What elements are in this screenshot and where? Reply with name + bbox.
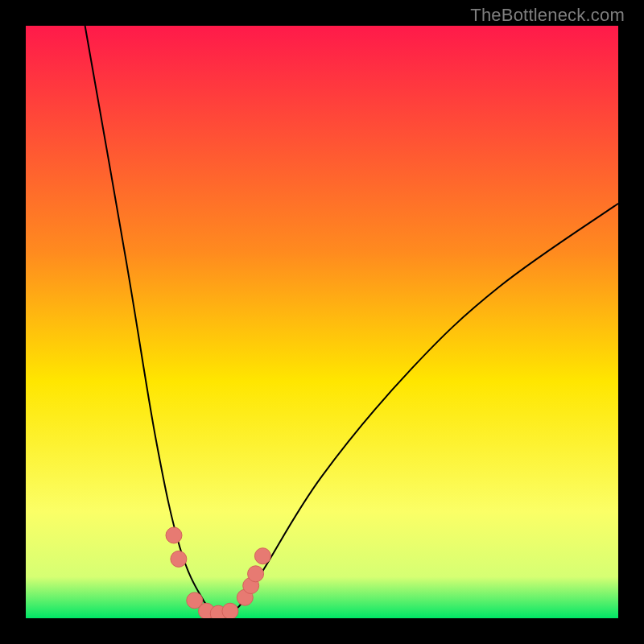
chart-svg [26,26,618,618]
curve-marker [254,548,270,564]
curve-marker [171,551,187,567]
curve-marker [222,603,238,618]
curve-marker [166,527,182,543]
watermark-text: TheBottleneck.com [470,5,625,26]
chart-frame: TheBottleneck.com [0,0,644,644]
gradient-background [26,26,618,618]
plot-area [26,26,618,618]
curve-marker [248,566,264,582]
